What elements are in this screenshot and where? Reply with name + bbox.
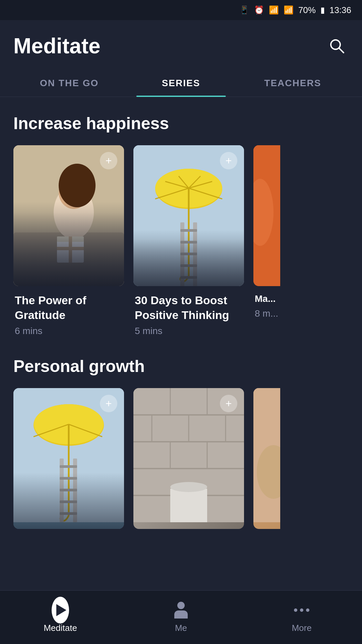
svg-rect-3: [13, 232, 124, 286]
card-image-growth-1: +: [13, 388, 124, 529]
svg-rect-11: [13, 212, 124, 286]
sim-icon: 📱: [239, 5, 249, 15]
search-button[interactable]: [325, 34, 349, 58]
card-info-partial-happiness: Ma... 8 m...: [253, 286, 280, 319]
card-image-growth-2: +: [133, 388, 244, 529]
signal-icon: 📶: [284, 5, 294, 15]
alarm-icon: ⏰: [254, 5, 264, 15]
nav-item-meditate[interactable]: Meditate: [0, 591, 121, 644]
nav-label-me: Me: [175, 623, 187, 633]
nav-item-more[interactable]: More: [241, 591, 362, 644]
card-growth-2[interactable]: +: [133, 388, 244, 529]
svg-rect-41: [60, 477, 77, 480]
status-bar: 📱 ⏰ 📶 📶 70% ▮ 13:36: [0, 0, 362, 20]
cards-row-happiness: + The Power of Gratitude 6 mins: [0, 145, 362, 336]
svg-rect-26: [180, 253, 197, 255]
card-boost-thinking[interactable]: + 30 Days to Boost Positive Thinking 5 m…: [133, 145, 244, 336]
svg-rect-7: [57, 239, 84, 263]
card-image-growth-3: [253, 388, 280, 529]
growth-3-illustration: [253, 388, 280, 522]
svg-rect-22: [180, 222, 184, 286]
play-circle: [52, 597, 69, 624]
svg-rect-39: [73, 459, 77, 522]
svg-rect-25: [180, 241, 197, 244]
dots-icon: [294, 608, 309, 612]
dot-1: [294, 608, 297, 612]
svg-point-6: [59, 164, 96, 207]
svg-rect-27: [180, 264, 197, 267]
card-title-partial: Ma...: [255, 293, 279, 305]
header: Meditate: [0, 20, 362, 65]
card-duration-gratitude: 6 mins: [15, 326, 123, 336]
partial-illustration: [253, 145, 280, 286]
person-body: [174, 610, 188, 619]
card-gratitude[interactable]: + The Power of Gratitude 6 mins: [13, 145, 124, 336]
svg-rect-57: [170, 489, 207, 522]
card-add-button-boost[interactable]: +: [220, 152, 237, 169]
dot-2: [300, 608, 303, 612]
svg-rect-23: [193, 222, 197, 286]
svg-rect-38: [60, 459, 64, 522]
nav-icon-me: [172, 601, 190, 619]
svg-rect-8: [57, 236, 84, 242]
play-triangle-icon: [56, 604, 66, 616]
svg-rect-40: [60, 465, 77, 468]
battery-level: 70%: [298, 5, 316, 15]
card-duration-boost: 5 mins: [135, 326, 243, 336]
nav-item-me[interactable]: Me: [121, 591, 241, 644]
svg-rect-10: [57, 247, 84, 250]
search-icon: [328, 37, 346, 55]
tab-on-the-go[interactable]: ON THE GO: [13, 68, 125, 97]
card-add-button-growth-2[interactable]: +: [220, 395, 237, 412]
card-add-button-growth-1[interactable]: +: [100, 395, 117, 412]
svg-rect-42: [60, 489, 77, 491]
svg-rect-24: [180, 229, 197, 232]
svg-rect-29: [133, 239, 244, 286]
svg-point-58: [170, 482, 207, 492]
card-title-boost: 30 Days to Boost Positive Thinking: [135, 293, 243, 322]
card-partial-happiness[interactable]: Ma... 8 m...: [253, 145, 280, 336]
svg-line-1: [339, 48, 344, 53]
status-icons: 📱 ⏰ 📶 📶 70% ▮ 13:36: [239, 5, 351, 15]
section-title-growth: Personal growth: [0, 357, 362, 376]
tab-series[interactable]: SERIES: [125, 68, 237, 97]
section-personal-growth: Personal growth: [0, 357, 362, 529]
card-image-gratitude: +: [13, 145, 124, 286]
section-increase-happiness: Increase happiness: [0, 114, 362, 336]
card-info-gratitude: The Power of Gratitude 6 mins: [13, 286, 124, 336]
card-info-boost: 30 Days to Boost Positive Thinking 5 min…: [133, 286, 244, 336]
card-add-button-gratitude[interactable]: +: [100, 152, 117, 169]
tab-teachers[interactable]: TEACHERS: [237, 68, 349, 97]
person-head: [177, 602, 185, 609]
nav-label-more: More: [292, 623, 311, 633]
cards-row-growth: +: [0, 388, 362, 529]
bottom-nav: Meditate Me More: [0, 590, 362, 644]
svg-rect-44: [60, 512, 77, 515]
battery-icon: ▮: [320, 5, 325, 15]
nav-label-meditate: Meditate: [44, 623, 77, 633]
svg-rect-9: [69, 236, 72, 263]
person-icon: [174, 602, 188, 619]
card-growth-1[interactable]: +: [13, 388, 124, 529]
card-image-partial: [253, 145, 280, 286]
card-image-boost: +: [133, 145, 244, 286]
wifi-icon: 📶: [269, 5, 279, 15]
content-area: Increase happiness: [0, 97, 362, 626]
section-title-happiness: Increase happiness: [0, 114, 362, 133]
page-title: Meditate: [13, 34, 101, 58]
nav-icon-meditate: [52, 601, 69, 619]
card-duration-partial: 8 m...: [255, 308, 279, 319]
svg-rect-28: [180, 276, 197, 279]
dot-3: [306, 608, 309, 612]
clock: 13:36: [329, 5, 351, 15]
nav-icon-more: [293, 601, 310, 619]
card-growth-3[interactable]: [253, 388, 280, 529]
svg-rect-43: [60, 500, 77, 503]
card-title-gratitude: The Power of Gratitude: [15, 293, 123, 322]
tabs-bar: ON THE GO SERIES TEACHERS: [0, 68, 362, 97]
